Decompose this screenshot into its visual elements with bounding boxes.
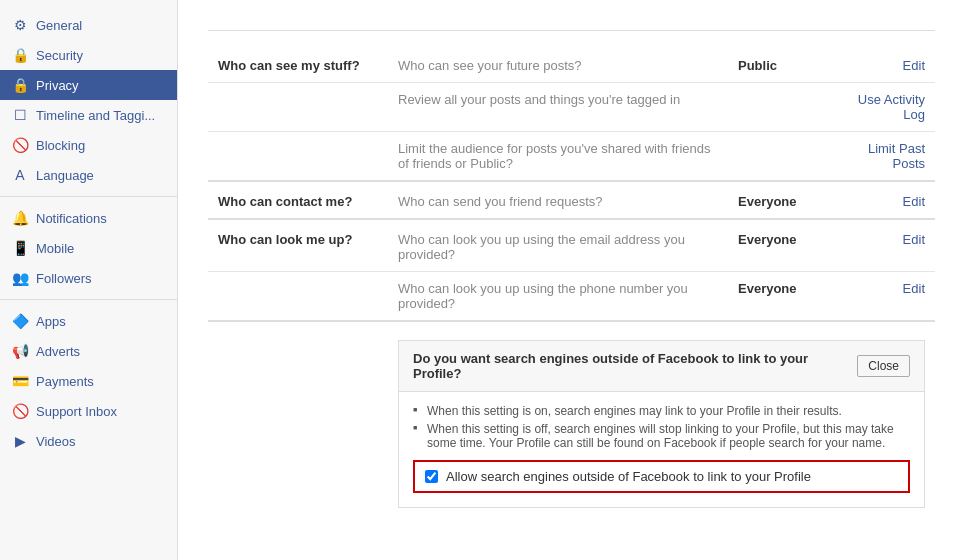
notifications-icon: 🔔 bbox=[12, 210, 28, 226]
section-label-see-stuff bbox=[208, 132, 388, 182]
sidebar-item-label: Security bbox=[36, 48, 83, 63]
sidebar-item-followers[interactable]: 👥 Followers bbox=[0, 263, 177, 293]
sidebar: ⚙ General 🔒 Security 🔒 Privacy ☐ Timelin… bbox=[0, 0, 178, 560]
sidebar-item-language[interactable]: A Language bbox=[0, 160, 177, 190]
setting-desc: Limit the audience for posts you've shar… bbox=[388, 132, 728, 182]
sidebar-item-security[interactable]: 🔒 Security bbox=[0, 40, 177, 70]
sidebar-item-label: Language bbox=[36, 168, 94, 183]
allow-search-engines-row: Allow search engines outside of Facebook… bbox=[413, 460, 910, 493]
sidebar-item-label: Adverts bbox=[36, 344, 80, 359]
sidebar-item-label: General bbox=[36, 18, 82, 33]
sidebar-item-label: Privacy bbox=[36, 78, 79, 93]
allow-search-engines-checkbox[interactable] bbox=[425, 470, 438, 483]
action-link-edit[interactable]: Edit bbox=[903, 281, 925, 296]
sidebar-item-label: Payments bbox=[36, 374, 94, 389]
setting-action[interactable]: Edit bbox=[828, 272, 935, 322]
setting-desc: Review all your posts and things you're … bbox=[388, 83, 728, 132]
privacy-icon: 🔒 bbox=[12, 77, 28, 93]
followers-icon: 👥 bbox=[12, 270, 28, 286]
bullet-1: When this setting is on, search engines … bbox=[413, 402, 910, 420]
sidebar-item-mobile[interactable]: 📱 Mobile bbox=[0, 233, 177, 263]
search-engine-box: Do you want search engines outside of Fa… bbox=[398, 340, 925, 508]
setting-desc: Who can send you friend requests? bbox=[388, 181, 728, 219]
table-row: Who can contact me?Who can send you frie… bbox=[208, 181, 935, 219]
apps-icon: 🔷 bbox=[12, 313, 28, 329]
action-link-edit[interactable]: Edit bbox=[903, 58, 925, 73]
security-icon: 🔒 bbox=[12, 47, 28, 63]
setting-value: Everyone bbox=[728, 272, 828, 322]
section-label-see-stuff bbox=[208, 83, 388, 132]
table-row: Review all your posts and things you're … bbox=[208, 83, 935, 132]
sidebar-item-label: Timeline and Taggi... bbox=[36, 108, 155, 123]
sidebar-item-adverts[interactable]: 📢 Adverts bbox=[0, 336, 177, 366]
action-link-edit[interactable]: Edit bbox=[903, 194, 925, 209]
payments-icon: 💳 bbox=[12, 373, 28, 389]
page-title bbox=[208, 20, 935, 31]
setting-action[interactable]: Edit bbox=[828, 49, 935, 83]
sidebar-item-label: Blocking bbox=[36, 138, 85, 153]
table-row: Who can see my stuff?Who can see your fu… bbox=[208, 49, 935, 83]
close-button[interactable]: Close bbox=[857, 355, 910, 377]
table-row: Who can look you up using the phone numb… bbox=[208, 272, 935, 322]
setting-value bbox=[728, 132, 828, 182]
sidebar-divider bbox=[0, 299, 177, 300]
table-row: Who can look me up?Who can look you up u… bbox=[208, 219, 935, 272]
adverts-icon: 📢 bbox=[12, 343, 28, 359]
sidebar-item-apps[interactable]: 🔷 Apps bbox=[0, 306, 177, 336]
videos-icon: ▶ bbox=[12, 433, 28, 449]
search-engine-cell: Do you want search engines outside of Fa… bbox=[388, 321, 935, 517]
sidebar-divider bbox=[0, 196, 177, 197]
sidebar-item-label: Notifications bbox=[36, 211, 107, 226]
setting-action[interactable]: Limit Past Posts bbox=[828, 132, 935, 182]
setting-desc: Who can see your future posts? bbox=[388, 49, 728, 83]
search-engine-header-text: Do you want search engines outside of Fa… bbox=[413, 351, 857, 381]
section-label-contact-me: Who can contact me? bbox=[208, 181, 388, 219]
setting-value: Public bbox=[728, 49, 828, 83]
sidebar-item-general[interactable]: ⚙ General bbox=[0, 10, 177, 40]
empty-cell bbox=[208, 321, 388, 517]
section-label-look-me-up: Who can look me up? bbox=[208, 219, 388, 272]
sidebar-item-blocking[interactable]: 🚫 Blocking bbox=[0, 130, 177, 160]
sidebar-item-label: Support Inbox bbox=[36, 404, 117, 419]
main-content: Who can see my stuff?Who can see your fu… bbox=[178, 0, 965, 560]
sidebar-item-notifications[interactable]: 🔔 Notifications bbox=[0, 203, 177, 233]
sidebar-item-videos[interactable]: ▶ Videos bbox=[0, 426, 177, 456]
action-link-limit-past-posts[interactable]: Limit Past Posts bbox=[868, 141, 925, 171]
setting-desc: Who can look you up using the phone numb… bbox=[388, 272, 728, 322]
sidebar-item-label: Mobile bbox=[36, 241, 74, 256]
search-engine-row: Do you want search engines outside of Fa… bbox=[208, 321, 935, 517]
mobile-icon: 📱 bbox=[12, 240, 28, 256]
sidebar-item-timeline[interactable]: ☐ Timeline and Taggi... bbox=[0, 100, 177, 130]
timeline-icon: ☐ bbox=[12, 107, 28, 123]
settings-table: Who can see my stuff?Who can see your fu… bbox=[208, 49, 935, 517]
search-engine-body: When this setting is on, search engines … bbox=[399, 392, 924, 507]
sidebar-item-payments[interactable]: 💳 Payments bbox=[0, 366, 177, 396]
setting-value bbox=[728, 83, 828, 132]
search-engine-header: Do you want search engines outside of Fa… bbox=[399, 341, 924, 392]
section-label-see-stuff: Who can see my stuff? bbox=[208, 49, 388, 83]
general-icon: ⚙ bbox=[12, 17, 28, 33]
blocking-icon: 🚫 bbox=[12, 137, 28, 153]
setting-action[interactable]: Edit bbox=[828, 181, 935, 219]
language-icon: A bbox=[12, 167, 28, 183]
sidebar-item-label: Videos bbox=[36, 434, 76, 449]
setting-action[interactable]: Edit bbox=[828, 219, 935, 272]
setting-value: Everyone bbox=[728, 181, 828, 219]
action-link-edit[interactable]: Edit bbox=[903, 232, 925, 247]
sidebar-item-label: Apps bbox=[36, 314, 66, 329]
table-row: Limit the audience for posts you've shar… bbox=[208, 132, 935, 182]
sidebar-item-label: Followers bbox=[36, 271, 92, 286]
allow-search-engines-label: Allow search engines outside of Facebook… bbox=[446, 469, 811, 484]
support-inbox-icon: 🚫 bbox=[12, 403, 28, 419]
search-engine-bullets: When this setting is on, search engines … bbox=[413, 402, 910, 452]
setting-desc: Who can look you up using the email addr… bbox=[388, 219, 728, 272]
action-link-use-activity-log[interactable]: Use Activity Log bbox=[858, 92, 925, 122]
bullet-2: When this setting is off, search engines… bbox=[413, 420, 910, 452]
setting-value: Everyone bbox=[728, 219, 828, 272]
section-label-look-me-up bbox=[208, 272, 388, 322]
sidebar-item-support-inbox[interactable]: 🚫 Support Inbox bbox=[0, 396, 177, 426]
sidebar-item-privacy[interactable]: 🔒 Privacy bbox=[0, 70, 177, 100]
setting-action[interactable]: Use Activity Log bbox=[828, 83, 935, 132]
